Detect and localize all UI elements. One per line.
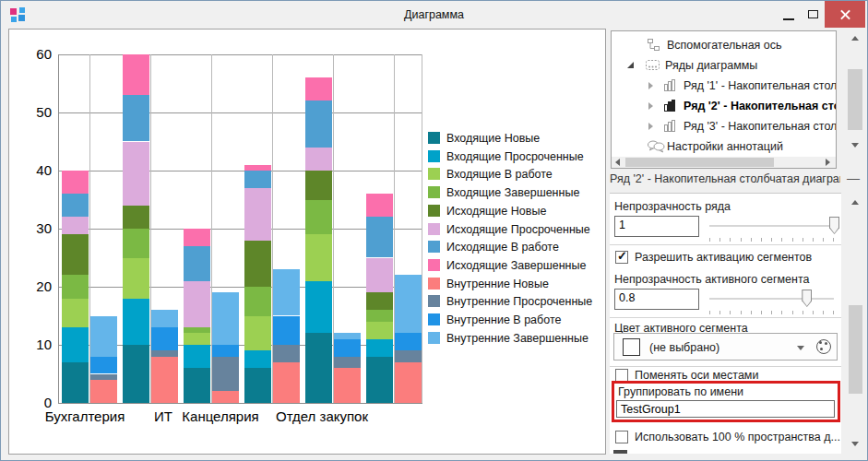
tree-item[interactable]: Ряд '1' - Накопительная столбчата <box>612 76 837 96</box>
expander-collapsed-icon[interactable] <box>648 123 653 130</box>
tree-vertical-scrollbar[interactable] <box>846 30 864 154</box>
bar-segment[interactable] <box>244 287 271 316</box>
bar-segment[interactable] <box>366 194 393 217</box>
opacity-input[interactable]: 1 <box>614 216 699 237</box>
bar-segment[interactable] <box>62 327 89 362</box>
bar-segment[interactable] <box>305 148 332 171</box>
bar-segment[interactable] <box>62 362 89 403</box>
bar-segment[interactable] <box>395 275 422 333</box>
properties-vertical-scrollbar[interactable] <box>847 195 864 453</box>
bar-segment[interactable] <box>62 275 89 298</box>
bar-segment[interactable] <box>90 380 117 403</box>
opacity-slider-thumb[interactable] <box>829 217 839 234</box>
expander-collapsed-icon[interactable] <box>648 82 653 89</box>
tree-item[interactable]: Ряды диаграммы <box>612 55 837 76</box>
bar-segment[interactable] <box>273 362 300 403</box>
scroll-right-icon[interactable] <box>826 159 830 166</box>
bar-segment[interactable] <box>151 327 178 350</box>
bar-segment[interactable] <box>151 357 178 403</box>
bar-segment[interactable] <box>90 316 117 357</box>
bar-segment[interactable] <box>395 350 422 362</box>
bar-segment[interactable] <box>366 292 393 310</box>
tree-vscroll-thumb[interactable] <box>848 69 862 130</box>
bar-segment[interactable] <box>244 165 271 171</box>
tree-item[interactable]: Вспомогательная ось <box>612 35 837 55</box>
bar-segment[interactable] <box>62 234 89 275</box>
tree-hscroll-thumb[interactable] <box>625 158 774 167</box>
bar-segment[interactable] <box>62 217 89 234</box>
bar-segment[interactable] <box>151 310 178 327</box>
scroll-down-icon[interactable] <box>851 442 859 446</box>
scroll-down-icon[interactable] <box>851 143 859 148</box>
bar-segment[interactable] <box>184 246 210 281</box>
bar-segment[interactable] <box>184 333 210 345</box>
bar-segment[interactable] <box>305 100 332 147</box>
bar-segment[interactable] <box>123 299 149 345</box>
tree-horizontal-scrollbar[interactable] <box>612 157 836 168</box>
bar-segment[interactable] <box>334 333 361 338</box>
bar-segment[interactable] <box>123 206 149 229</box>
bar-segment[interactable] <box>395 333 422 350</box>
properties-vscroll-thumb[interactable] <box>849 305 862 394</box>
bar-segment[interactable] <box>305 333 332 403</box>
bar-segment[interactable] <box>273 345 300 362</box>
bar-segment[interactable] <box>62 194 89 217</box>
bar-segment[interactable] <box>244 241 271 287</box>
bar-segment[interactable] <box>151 350 178 356</box>
bar-segment[interactable] <box>305 200 332 235</box>
close-button[interactable] <box>825 1 865 28</box>
opacity-slider[interactable] <box>709 225 834 227</box>
bar-segment[interactable] <box>123 345 149 403</box>
bar-segment[interactable] <box>244 188 271 241</box>
active-color-dropdown[interactable]: (не выбрано) <box>613 333 838 361</box>
bar-segment[interactable] <box>366 217 393 257</box>
chevron-down-icon[interactable] <box>797 346 804 350</box>
bar-segment[interactable] <box>184 345 210 368</box>
bar-segment[interactable] <box>334 357 361 369</box>
group-by-input[interactable]: TestGroup1 <box>616 400 835 418</box>
bar-segment[interactable] <box>212 292 239 345</box>
bar-segment[interactable] <box>273 316 300 346</box>
minimize-button[interactable] <box>777 1 801 28</box>
bar-segment[interactable] <box>184 327 210 333</box>
bar-segment[interactable] <box>184 281 210 327</box>
scroll-up-icon[interactable] <box>851 36 859 41</box>
bar-segment[interactable] <box>90 374 117 380</box>
active-opacity-slider[interactable] <box>709 298 834 300</box>
bar-segment[interactable] <box>184 229 210 246</box>
bar-segment[interactable] <box>62 299 89 328</box>
active-opacity-input[interactable]: 0.8 <box>614 289 699 310</box>
bar-segment[interactable] <box>244 316 271 351</box>
bar-segment[interactable] <box>305 77 332 100</box>
active-opacity-slider-thumb[interactable] <box>802 290 812 307</box>
scroll-up-icon[interactable] <box>851 200 859 205</box>
bar-segment[interactable] <box>395 362 422 403</box>
bar-segment[interactable] <box>334 339 361 357</box>
bar-segment[interactable] <box>123 229 149 258</box>
bar-segment[interactable] <box>366 322 393 339</box>
bar-segment[interactable] <box>212 357 239 392</box>
bar-segment[interactable] <box>244 368 271 403</box>
allow-activation-checkbox[interactable]: ✓ <box>615 251 628 264</box>
use-100-checkbox[interactable] <box>615 431 628 443</box>
expander-collapsed-icon[interactable] <box>648 102 653 110</box>
bar-segment[interactable] <box>366 310 393 322</box>
bar-segment[interactable] <box>123 258 149 299</box>
bar-segment[interactable] <box>123 54 149 95</box>
palette-icon[interactable] <box>816 339 831 354</box>
bar-segment[interactable] <box>305 234 332 280</box>
scroll-left-icon[interactable] <box>615 159 620 166</box>
maximize-button[interactable] <box>801 1 825 28</box>
bar-segment[interactable] <box>184 368 210 403</box>
bar-segment[interactable] <box>366 258 393 293</box>
collapse-group-button[interactable]: — <box>846 171 861 185</box>
tree-item-selected[interactable]: Ряд '2' - Накопительная столбч <box>612 96 837 116</box>
tree-item[interactable]: Ряд '3' - Накопительная столбчата <box>612 116 837 136</box>
expander-expanded-icon[interactable] <box>627 62 634 68</box>
bar-segment[interactable] <box>244 350 271 368</box>
bar-segment[interactable] <box>334 368 361 403</box>
bar-segment[interactable] <box>305 281 332 334</box>
bar-segment[interactable] <box>212 345 239 357</box>
bar-segment[interactable] <box>123 142 149 206</box>
bar-segment[interactable] <box>123 95 149 141</box>
